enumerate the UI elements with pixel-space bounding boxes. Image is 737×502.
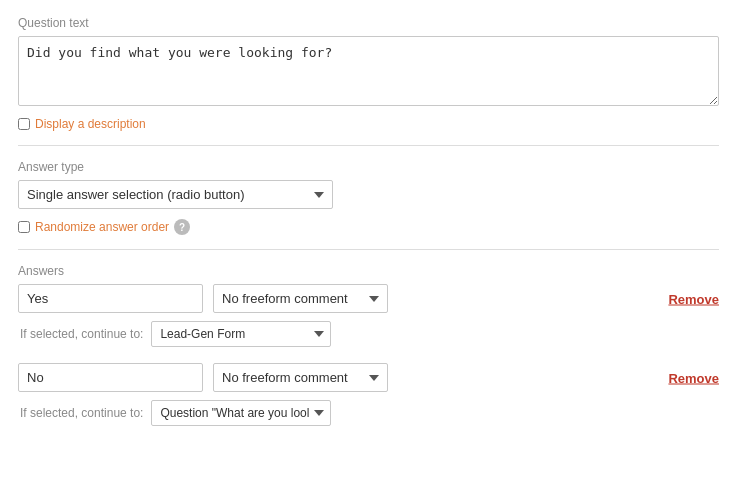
freeform-select-2[interactable]: No freeform comment Allow freeform comme… [213,363,388,392]
randomize-checkbox[interactable] [18,221,30,233]
answer-block-2: No freeform comment Allow freeform comme… [18,363,719,426]
help-icon[interactable]: ? [174,219,190,235]
answer-row-1: No freeform comment Allow freeform comme… [18,284,719,313]
question-text-label: Question text [18,16,719,30]
remove-button-2[interactable]: Remove [668,370,719,385]
answer-block-1: No freeform comment Allow freeform comme… [18,284,719,347]
display-description-text: Display a description [35,117,146,131]
continue-row-2: If selected, continue to: Question "What… [20,400,719,426]
continue-label-1: If selected, continue to: [20,327,143,341]
continue-row-1: If selected, continue to: Lead-Gen Form … [20,321,719,347]
answer-row-2: No freeform comment Allow freeform comme… [18,363,719,392]
remove-button-1[interactable]: Remove [668,291,719,306]
question-text-input[interactable] [18,36,719,106]
divider-1 [18,145,719,146]
display-description-checkbox-label[interactable]: Display a description [18,117,719,131]
answers-section-label: Answers [18,264,719,278]
divider-2 [18,249,719,250]
answer-text-input-1[interactable] [18,284,203,313]
answer-type-section: Answer type Single answer selection (rad… [18,160,719,235]
randomize-label: Randomize answer order [35,220,169,234]
answer-type-label: Answer type [18,160,719,174]
answer-type-select[interactable]: Single answer selection (radio button) M… [18,180,333,209]
question-text-section: Question text Display a description [18,16,719,131]
answers-section: Answers No freeform comment Allow freefo… [18,264,719,426]
continue-label-2: If selected, continue to: [20,406,143,420]
answer-text-input-2[interactable] [18,363,203,392]
continue-select-1[interactable]: Lead-Gen Form Next question End of surve… [151,321,331,347]
freeform-select-1[interactable]: No freeform comment Allow freeform comme… [213,284,388,313]
continue-select-2[interactable]: Question "What are you lool Next questio… [151,400,331,426]
randomize-row: Randomize answer order ? [18,219,719,235]
display-description-checkbox[interactable] [18,118,30,130]
